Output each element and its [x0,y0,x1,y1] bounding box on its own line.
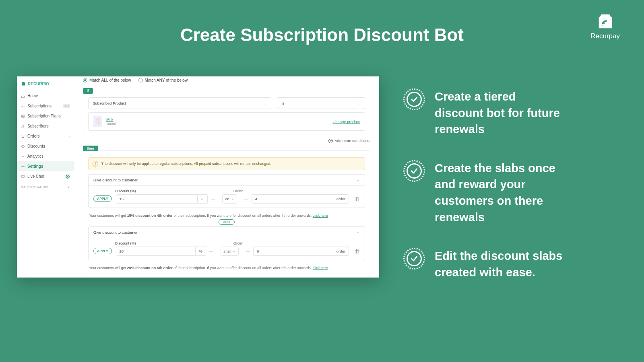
condition-operator-select[interactable]: is ⌄ [277,97,365,109]
app-screenshot: RECURPAY Home Subscriptions 19 Subscript… [17,76,379,278]
click-here-link[interactable]: click here [313,214,328,218]
percent-unit: % [198,194,208,204]
select-value: is [281,101,284,105]
sidebar-item-label: Subscription Plans [27,114,61,118]
discount-hint-1: Your customers will get 15% discount on … [88,210,365,218]
sidebar-item-home[interactable]: Home [17,91,74,101]
svg-point-5 [23,125,24,126]
sidebar-item-label: Settings [27,164,43,169]
sidebar-item-subscribers[interactable]: Subscribers [17,121,74,131]
check-circle-icon [403,160,425,182]
match-mode-row: Match ALL of the below Match ANY of the … [83,76,370,86]
svg-point-8 [22,146,23,146]
svg-point-2 [23,105,24,107]
order-input[interactable]: 6 [253,247,333,256]
discount-block-header[interactable]: Give discount to customer ⌄ [89,175,365,186]
discount-column-label: Discount (%) [115,189,233,193]
condition-field-select[interactable]: Subscribed Product ⌄ [88,97,271,109]
bullet-2: Create the slabs once and reward your cu… [403,160,568,225]
sidebar-item-settings[interactable]: Settings [17,161,74,171]
match-all-radio[interactable]: Match ALL of the below [83,78,131,82]
sidebar-item-label: Subscriptions [27,104,52,108]
sidebar-item-discounts[interactable]: Discounts [17,141,74,151]
discount-input[interactable]: 15 [116,194,198,204]
radio-on-icon [83,78,87,82]
apply-pill: APPLY [93,248,112,254]
sidebar-brand-label: RECURPAY [28,82,50,86]
product-thumbnail-icon: 🥛 [93,116,102,127]
apply-pill: APPLY [93,195,112,202]
status-indicator-icon [66,175,70,179]
sidebar-item-label: Home [27,94,38,98]
svg-point-7 [23,138,24,138]
chevron-down-icon: ⌄ [264,101,267,105]
sidebar: RECURPAY Home Subscriptions 19 Subscript… [17,76,74,278]
bullet-text: Edit the discount slabs created with eas… [435,248,568,280]
sidebar-item-subscription-plans[interactable]: Subscription Plans [17,111,74,121]
block-title: Give discount to customer [93,230,138,234]
svg-point-9 [23,166,24,167]
then-tag: then [83,146,98,151]
check-circle-icon [403,88,425,110]
sidebar-item-analytics[interactable]: Analytics [17,151,74,161]
separator: — [209,249,213,253]
discount-input[interactable]: 20 [116,247,196,256]
feature-bullets: Create a tiered discount bot for future … [403,76,568,303]
brand-name: Recurpay [590,32,620,40]
page-title: Create Subscription Discount Bot [0,0,644,45]
match-any-radio[interactable]: Match ANY of the below [138,78,188,82]
select-value: Subscribed Product [93,101,126,105]
check-circle-icon [403,248,425,269]
bullet-3: Edit the discount slabs created with eas… [403,248,568,280]
delete-icon[interactable]: 🗑 [355,196,360,202]
discount-hint-2: Your customers will get 20% discount on … [88,263,365,270]
delete-icon[interactable]: 🗑 [355,248,360,254]
main-content: Match ALL of the below Match ANY of the … [74,76,379,278]
sidebar-brand: RECURPAY [17,76,74,91]
order-unit: order [333,194,349,204]
chevron-down-icon: ⌄ [357,230,360,234]
chevron-down-icon: ⌄ [233,249,236,253]
order-unit: order [333,247,349,256]
sidebar-item-orders[interactable]: Orders › [17,131,74,141]
warning-icon: ! [93,161,98,167]
if-tag: if [83,88,93,94]
sidebar-item-label: Analytics [27,154,43,158]
mode-select[interactable]: after⌄ [221,247,239,256]
product-name[interactable]: Milk [106,117,116,122]
separator: — [211,197,215,201]
discount-block-1: Give discount to customer ⌄ Discount (%)… [88,174,365,208]
order-column-label: Order [233,241,243,245]
sidebar-item-live-chat[interactable]: Live Chat [17,171,74,181]
svg-point-4 [22,125,23,126]
add-more-conditions-button[interactable]: +Add more conditions [83,135,370,143]
sidebar-item-subscriptions[interactable]: Subscriptions 19 [17,101,74,111]
bullet-1: Create a tiered discount bot for future … [403,88,568,138]
block-title: Give discount to customer [93,178,138,182]
plus-circle-icon: + [328,139,333,143]
bullet-text: Create a tiered discount bot for future … [435,88,568,138]
plus-icon[interactable]: + [68,185,70,189]
bullet-text: Create the slabs once and reward your cu… [435,160,568,225]
chevron-down-icon: ⌄ [231,197,234,201]
sidebar-item-label: Subscribers [27,124,49,128]
chevron-down-icon: ⌄ [357,101,361,105]
svg-point-6 [22,138,23,138]
svg-point-0 [601,25,603,27]
discount-block-header[interactable]: Give discount to customer ⌄ [89,227,365,238]
svg-rect-10 [21,175,25,177]
click-here-link[interactable]: click here [313,266,328,270]
alert-text: The discount will only be applied to reg… [101,162,271,166]
order-input[interactable]: 4 [252,194,333,204]
sidebar-item-label: Discounts [27,144,45,148]
mode-select[interactable]: on⌄ [222,194,237,204]
radio-off-icon [138,78,143,82]
svg-rect-1 [22,82,25,86]
change-product-link[interactable]: Change product [332,119,360,124]
sidebar-item-label: Orders [27,134,40,138]
discount-column-label: Discount (%) [115,241,233,245]
order-column-label: Order [233,189,243,193]
badge: 19 [63,104,70,108]
radio-label: Match ALL of the below [89,78,131,82]
chevron-right-icon: › [68,134,70,138]
